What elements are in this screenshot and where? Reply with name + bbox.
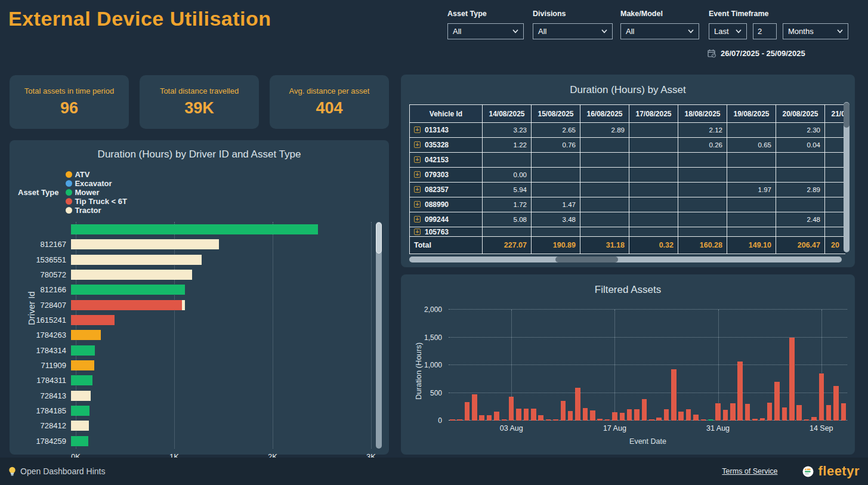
table-cell[interactable] <box>580 227 629 237</box>
filtered-duration-bar[interactable] <box>664 409 669 421</box>
filtered-duration-bar[interactable] <box>811 417 817 421</box>
expand-row-icon[interactable]: + <box>414 126 421 133</box>
table-cell[interactable] <box>727 153 776 168</box>
expand-row-icon[interactable]: + <box>414 201 421 208</box>
asset-type-dropdown[interactable]: All <box>447 23 524 39</box>
scrollbar-thumb[interactable] <box>376 223 382 254</box>
expand-row-icon[interactable]: + <box>414 186 421 193</box>
scrollbar-thumb[interactable] <box>844 103 850 128</box>
table-column-header[interactable]: 16/08/2025 <box>580 105 629 123</box>
table-row[interactable]: +0992445.083.482.48 <box>410 212 846 227</box>
expand-row-icon[interactable]: + <box>414 141 421 148</box>
filtered-duration-bar[interactable] <box>774 382 780 421</box>
table-cell[interactable]: 0.04 <box>776 138 825 153</box>
open-dashboard-hints-button[interactable]: Open Dashboard Hints <box>8 467 105 477</box>
filtered-duration-bar[interactable] <box>686 409 691 421</box>
table-cell[interactable]: 0.00 <box>483 168 532 183</box>
table-cell[interactable]: 1.47 <box>532 197 580 212</box>
table-cell[interactable] <box>678 153 727 168</box>
table-cell[interactable]: 2.65 <box>532 123 580 138</box>
driver-duration-bar[interactable] <box>71 270 192 280</box>
driver-duration-bar[interactable] <box>71 239 219 249</box>
filtered-duration-bar[interactable] <box>693 415 699 421</box>
table-cell[interactable]: 5.08 <box>483 212 532 227</box>
filtered-duration-bar[interactable] <box>597 419 603 421</box>
table-cell[interactable] <box>825 212 846 227</box>
filtered-duration-bar[interactable] <box>819 373 824 421</box>
driver-duration-bar[interactable] <box>71 255 202 265</box>
filtered-duration-bar[interactable] <box>546 419 551 421</box>
table-cell[interactable] <box>776 227 825 237</box>
table-row[interactable]: +105763 <box>410 227 846 237</box>
table-column-header[interactable]: 21/08/2025 <box>825 105 846 123</box>
filtered-duration-bar[interactable] <box>730 403 736 421</box>
filtered-duration-bar[interactable] <box>804 419 810 421</box>
table-cell[interactable] <box>580 212 629 227</box>
table-cell[interactable] <box>825 183 846 197</box>
driver-duration-bar[interactable] <box>71 285 185 295</box>
table-cell[interactable]: 0.65 <box>727 138 776 153</box>
filtered-duration-bar[interactable] <box>612 412 617 421</box>
filtered-duration-bar[interactable] <box>760 418 765 421</box>
filtered-duration-bar[interactable] <box>841 403 847 421</box>
table-cell[interactable] <box>532 153 580 168</box>
table-cell[interactable] <box>580 168 629 183</box>
table-cell[interactable] <box>532 227 580 237</box>
table-column-header[interactable]: 17/08/2025 <box>629 105 678 123</box>
table-cell[interactable] <box>629 138 678 153</box>
table-cell[interactable]: 3.23 <box>483 123 532 138</box>
table-cell[interactable] <box>629 183 678 197</box>
table-cell[interactable] <box>629 227 678 237</box>
table-cell[interactable]: 2.89 <box>776 183 825 197</box>
filtered-duration-bar[interactable] <box>745 404 750 421</box>
filtered-duration-bar[interactable] <box>678 412 684 421</box>
table-cell[interactable] <box>580 183 629 197</box>
driver-duration-bar[interactable] <box>71 360 94 370</box>
filtered-duration-bar[interactable] <box>502 419 507 421</box>
table-cell[interactable] <box>678 197 727 212</box>
filtered-duration-bar[interactable] <box>752 419 758 421</box>
filtered-duration-bar[interactable] <box>487 415 492 421</box>
table-cell[interactable] <box>580 197 629 212</box>
table-cell[interactable] <box>678 183 727 197</box>
filtered-duration-bar[interactable] <box>737 362 743 421</box>
filtered-duration-bar[interactable] <box>701 419 706 421</box>
table-cell[interactable]: 1.97 <box>727 183 776 197</box>
table-cell[interactable] <box>678 227 727 237</box>
table-cell[interactable]: 5.94 <box>483 183 532 197</box>
legend-item[interactable]: Excavator <box>66 179 127 188</box>
filtered-duration-bar[interactable] <box>472 394 477 421</box>
filtered-duration-bar[interactable] <box>531 409 536 421</box>
filtered-duration-bar[interactable] <box>568 411 573 421</box>
filtered-duration-bar[interactable] <box>516 409 521 421</box>
driver-duration-bar[interactable] <box>71 406 89 416</box>
driver-duration-bar[interactable] <box>71 224 318 234</box>
table-cell[interactable] <box>678 168 727 183</box>
table-column-header[interactable]: Vehicle Id <box>410 105 483 123</box>
table-cell[interactable] <box>483 227 532 237</box>
driver-duration-bar[interactable] <box>71 315 115 325</box>
driver-duration-bar[interactable] <box>71 421 89 431</box>
timeframe-unit-dropdown[interactable]: Months <box>783 23 848 39</box>
table-cell[interactable] <box>629 212 678 227</box>
filtered-duration-bar[interactable] <box>524 409 529 421</box>
filtered-duration-bar[interactable] <box>656 418 662 421</box>
filtered-duration-bar[interactable] <box>833 386 839 421</box>
table-cell[interactable] <box>825 153 846 168</box>
table-row[interactable]: +0353281.220.760.260.650.04 <box>410 138 846 153</box>
filtered-duration-bar[interactable] <box>553 419 558 421</box>
table-row[interactable]: +0889901.721.47 <box>410 197 846 212</box>
table-row[interactable]: +042153 <box>410 153 846 168</box>
filtered-duration-bar[interactable] <box>723 410 728 421</box>
filtered-duration-bar[interactable] <box>450 419 455 421</box>
table-cell[interactable]: 2.89 <box>580 123 629 138</box>
table-cell[interactable] <box>727 227 776 237</box>
driver-duration-bar[interactable] <box>71 391 91 401</box>
table-column-header[interactable]: 20/08/2025 <box>776 105 825 123</box>
filtered-duration-bar[interactable] <box>796 405 802 421</box>
scrollbar-thumb[interactable] <box>555 257 618 262</box>
filtered-duration-bar[interactable] <box>789 338 795 421</box>
filtered-duration-bar[interactable] <box>708 419 713 421</box>
table-cell[interactable]: 3.48 <box>532 212 580 227</box>
table-cell[interactable]: 0.26 <box>678 138 727 153</box>
